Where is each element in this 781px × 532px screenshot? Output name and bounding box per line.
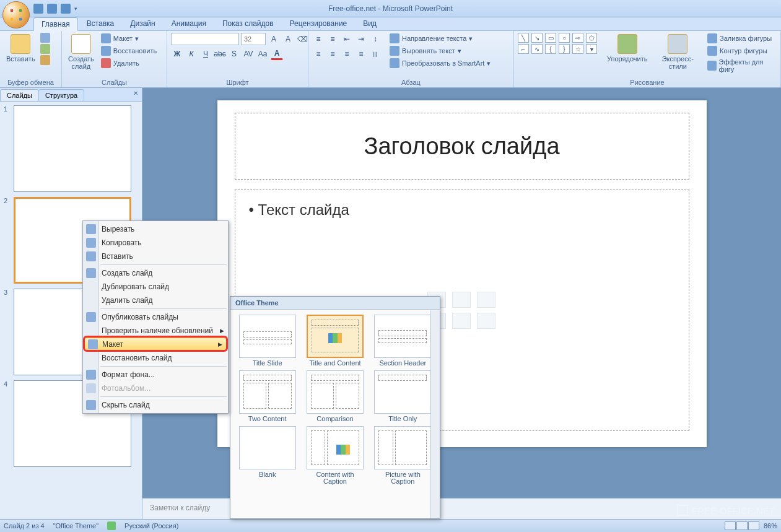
menu-hide-slide[interactable]: Скрыть слайд bbox=[83, 398, 228, 412]
format-painter-icon[interactable] bbox=[40, 55, 50, 65]
spellcheck-icon[interactable] bbox=[107, 521, 116, 530]
layout-option[interactable]: Content with Caption bbox=[303, 426, 367, 485]
smartart-button[interactable]: Преобразовать в SmartArt ▾ bbox=[388, 58, 492, 69]
align-left-button[interactable]: ≡ bbox=[312, 48, 325, 60]
menu-reset[interactable]: Восстановить слайд bbox=[83, 351, 228, 365]
layout-button[interactable]: Макет ▾ bbox=[99, 33, 159, 44]
arrange-button[interactable]: Упорядочить bbox=[604, 33, 650, 64]
title-placeholder[interactable]: Заголовок слайда bbox=[235, 113, 689, 180]
insert-chart-icon[interactable] bbox=[452, 292, 471, 308]
font-family-dropdown[interactable] bbox=[171, 33, 239, 45]
shape-oval-icon[interactable]: ○ bbox=[559, 33, 570, 43]
change-case-button[interactable]: Aa bbox=[256, 48, 269, 60]
menu-layout[interactable]: Макет▶ bbox=[84, 338, 227, 351]
layout-option[interactable]: Picture with Caption bbox=[371, 426, 435, 485]
slides-tab[interactable]: Слайды bbox=[0, 89, 39, 101]
layout-option[interactable]: Two Content bbox=[235, 370, 299, 422]
new-slide-button[interactable]: Создать слайд bbox=[66, 33, 97, 71]
menu-delete-slide[interactable]: Удалить слайд bbox=[83, 294, 228, 307]
save-icon[interactable] bbox=[33, 4, 43, 14]
shape-line-icon[interactable]: ╲ bbox=[518, 33, 529, 43]
layout-option[interactable]: Section Header bbox=[371, 315, 435, 367]
indent-button[interactable]: ⇥ bbox=[355, 33, 367, 45]
shape-arrow2-icon[interactable]: ⇨ bbox=[572, 33, 583, 43]
menu-format-bg[interactable]: Формат фона... bbox=[83, 368, 228, 382]
layout-option[interactable]: Comparison bbox=[303, 370, 367, 422]
outdent-button[interactable]: ⇤ bbox=[341, 33, 353, 45]
menu-cut[interactable]: Вырезать bbox=[83, 222, 228, 236]
layout-option[interactable]: Title Only bbox=[371, 370, 435, 422]
undo-icon[interactable] bbox=[47, 4, 57, 14]
align-text-button[interactable]: Выровнять текст ▾ bbox=[388, 45, 492, 56]
menu-publish[interactable]: Опубликовать слайды bbox=[83, 310, 228, 324]
bold-button[interactable]: Ж bbox=[171, 48, 183, 60]
justify-button[interactable]: ≡ bbox=[355, 48, 367, 60]
menu-paste[interactable]: Вставить bbox=[83, 250, 228, 263]
sorter-view-button[interactable] bbox=[736, 521, 748, 530]
outline-tab[interactable]: Структура bbox=[38, 89, 84, 101]
shape-outline-button[interactable]: Контур фигуры bbox=[705, 45, 777, 56]
delete-button[interactable]: Удалить bbox=[99, 58, 159, 69]
copy-icon[interactable] bbox=[40, 44, 50, 54]
insert-clipart-icon[interactable] bbox=[452, 313, 471, 329]
char-spacing-button[interactable]: AV bbox=[242, 48, 255, 60]
font-color-button[interactable]: A bbox=[271, 48, 283, 60]
shape-curve-icon[interactable]: ∿ bbox=[531, 44, 543, 54]
layout-option[interactable]: Title and Content bbox=[303, 315, 367, 367]
shape-brace-icon[interactable]: { bbox=[545, 44, 556, 54]
normal-view-button[interactable] bbox=[725, 521, 736, 530]
tab-design[interactable]: Дизайн bbox=[123, 17, 162, 30]
font-size-dropdown[interactable]: 32 bbox=[241, 33, 266, 45]
office-button[interactable] bbox=[2, 1, 30, 28]
shadow-button[interactable]: S bbox=[228, 48, 240, 60]
tab-insert[interactable]: Вставка bbox=[79, 17, 122, 30]
shrink-font-icon[interactable]: A bbox=[282, 33, 294, 45]
tab-view[interactable]: Вид bbox=[356, 17, 384, 30]
insert-smartart-icon[interactable] bbox=[477, 292, 495, 308]
reset-button[interactable]: Восстановить bbox=[99, 45, 159, 56]
shape-fill-button[interactable]: Заливка фигуры bbox=[705, 33, 777, 44]
shape-brace2-icon[interactable]: } bbox=[559, 44, 570, 54]
tab-slideshow[interactable]: Показ слайдов bbox=[215, 17, 281, 30]
shape-dropdown-icon[interactable]: ▾ bbox=[586, 44, 597, 54]
align-right-button[interactable]: ≡ bbox=[341, 48, 353, 60]
shape-more-icon[interactable]: ⬠ bbox=[586, 33, 597, 43]
qat-dropdown-icon[interactable]: ▾ bbox=[74, 6, 77, 12]
shape-rect-icon[interactable]: ▭ bbox=[545, 33, 556, 43]
layout-option[interactable]: Blank bbox=[235, 426, 299, 485]
clear-format-icon[interactable]: ⌫ bbox=[296, 33, 308, 45]
bullets-button[interactable]: ≡ bbox=[312, 33, 325, 45]
shape-effects-button[interactable]: Эффекты для фигу bbox=[705, 58, 777, 74]
menu-check-updates[interactable]: Проверить наличие обновлений▶ bbox=[83, 324, 228, 338]
grow-font-icon[interactable]: A bbox=[268, 33, 280, 45]
shapes-gallery[interactable]: ╲ ↘ ▭ ○ ⇨ ⬠ ⌐ ∿ { } ☆ ▾ bbox=[518, 33, 598, 54]
strike-button[interactable]: abc bbox=[214, 48, 226, 60]
language[interactable]: Русский (Россия) bbox=[124, 522, 178, 530]
quick-styles-button[interactable]: Экспресс-стили bbox=[652, 33, 703, 71]
redo-icon[interactable] bbox=[61, 4, 71, 14]
numbering-button[interactable]: ≡ bbox=[326, 33, 339, 45]
shape-arrow-icon[interactable]: ↘ bbox=[531, 33, 543, 43]
menu-new-slide[interactable]: Создать слайд bbox=[83, 266, 228, 280]
columns-button[interactable]: ⫼ bbox=[369, 48, 382, 60]
panel-close-icon[interactable]: ✕ bbox=[133, 90, 138, 97]
menu-duplicate[interactable]: Дублировать слайд bbox=[83, 280, 228, 294]
menu-copy[interactable]: Копировать bbox=[83, 236, 228, 250]
slideshow-view-button[interactable] bbox=[748, 521, 759, 530]
align-center-button[interactable]: ≡ bbox=[326, 48, 339, 60]
italic-button[interactable]: К bbox=[185, 48, 198, 60]
text-direction-button[interactable]: Направление текста ▾ bbox=[388, 33, 492, 44]
paste-button[interactable]: Вставить bbox=[4, 33, 38, 64]
tab-home[interactable]: Главная bbox=[33, 17, 78, 31]
line-spacing-button[interactable]: ↕ bbox=[369, 33, 382, 45]
slide-thumb[interactable] bbox=[14, 105, 131, 192]
shape-connector-icon[interactable]: ⌐ bbox=[518, 44, 529, 54]
insert-media-icon[interactable] bbox=[477, 313, 495, 329]
scrollbar[interactable] bbox=[430, 310, 440, 518]
underline-button[interactable]: Ч bbox=[199, 48, 212, 60]
layout-option[interactable]: Title Slide bbox=[235, 315, 299, 367]
tab-review[interactable]: Рецензирование bbox=[282, 17, 355, 30]
zoom-level[interactable]: 86% bbox=[764, 522, 777, 530]
cut-icon[interactable] bbox=[40, 33, 50, 43]
tab-animation[interactable]: Анимация bbox=[164, 17, 214, 30]
